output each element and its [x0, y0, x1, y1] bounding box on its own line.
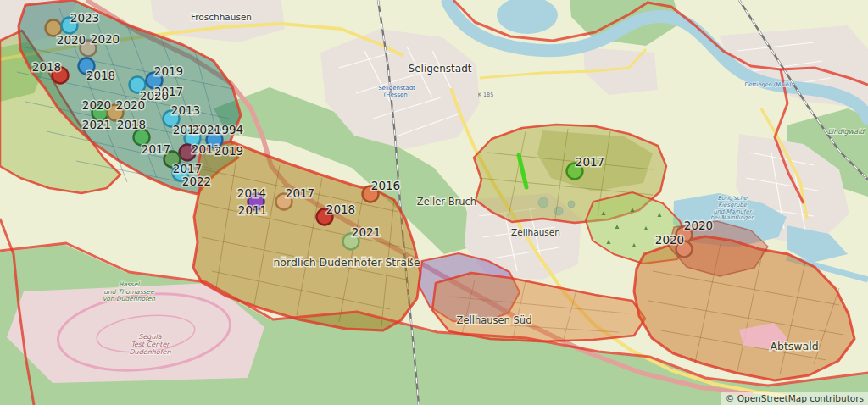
- map-canvas[interactable]: FroschhausenSeligenstadtZellhausenSelige…: [0, 0, 868, 405]
- year-label: 2018: [326, 202, 355, 216]
- year-label: 2019: [154, 64, 183, 78]
- year-label: 2018: [32, 60, 61, 74]
- year-label: 2017: [576, 155, 604, 169]
- year-label: 2016: [371, 179, 400, 192]
- town-label: Seligenstadt(Hessen): [378, 85, 415, 98]
- year-label: 2019: [214, 144, 243, 158]
- map-attribution[interactable]: © OpenStreetMap contributors: [721, 392, 868, 405]
- year-label: 2017: [173, 162, 202, 175]
- town-label: K 185: [478, 92, 494, 98]
- area-label: Zellhausen Süd: [457, 314, 532, 326]
- area-label: nördlich Dudenhöfer Straße: [273, 256, 420, 269]
- town-label: Zellhausen: [511, 227, 560, 237]
- year-label: 2018: [117, 118, 146, 131]
- map-stage: FroschhausenSeligenstadtZellhausenSelige…: [0, 0, 868, 405]
- year-label: 2023: [70, 11, 99, 25]
- year-label: 2013: [171, 103, 200, 117]
- year-label: 2020: [116, 98, 145, 112]
- town-label: Seligenstadt: [409, 63, 472, 75]
- year-label: 2020: [684, 219, 713, 232]
- year-label: 2017: [142, 142, 170, 156]
- year-label: 2020: [655, 233, 684, 247]
- town-label: Dettingen (Main): [745, 81, 792, 88]
- year-label: 2018: [86, 69, 115, 82]
- year-label: 2022: [182, 175, 211, 188]
- area-label: Zeller Bruch: [417, 196, 476, 208]
- year-label: 2011: [238, 203, 267, 217]
- year-label: 2014: [237, 186, 266, 200]
- year-label: 2020: [57, 33, 86, 47]
- town-label: Lindigwald: [828, 128, 865, 136]
- year-label: 2017: [286, 186, 314, 200]
- year-label: 2020: [91, 32, 120, 46]
- year-label: 2020: [82, 98, 111, 112]
- year-label: 2021: [352, 225, 381, 239]
- town-label: Froschhausen: [191, 12, 252, 22]
- year-label: 2021: [82, 118, 111, 131]
- area-label: Abtswald: [770, 340, 818, 352]
- year-label: 1994: [214, 123, 243, 136]
